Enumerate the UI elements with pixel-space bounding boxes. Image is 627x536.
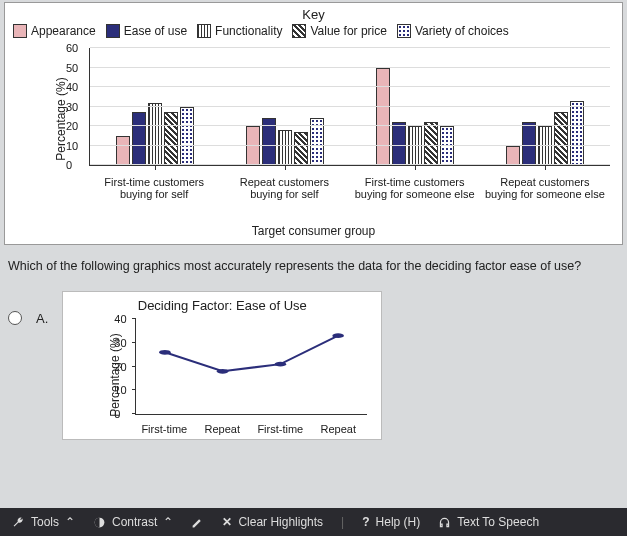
- bar: [164, 112, 178, 165]
- y-tick: 30: [114, 337, 126, 349]
- bar: [278, 130, 292, 165]
- bottom-toolbar: Tools ⌃ Contrast ⌃ ✕ Clear Highlights | …: [0, 508, 627, 536]
- contrast-label: Contrast: [112, 515, 157, 529]
- line-chart: Percentage (%) 010203040 First-timeRepea…: [113, 315, 373, 435]
- clear-label: Clear Highlights: [238, 515, 323, 529]
- line-chart-panel: Deciding Factor: Ease of Use Percentage …: [62, 291, 382, 440]
- x-tick-label: Repeat customers buying for self: [219, 176, 349, 200]
- close-icon: ✕: [222, 515, 232, 529]
- legend: Appearance Ease of use Functionality Val…: [13, 24, 614, 38]
- y-tick: 10: [66, 140, 78, 152]
- y-tick: 20: [66, 120, 78, 132]
- option-letter: A.: [36, 311, 48, 326]
- help-label: Help (H): [376, 515, 421, 529]
- y-tick: 60: [66, 42, 78, 54]
- line-plot-area: 010203040: [135, 319, 367, 415]
- legend-item-ease: Ease of use: [106, 24, 187, 38]
- bar: [116, 136, 130, 165]
- bar-chart: Percentage (%) 0102030405060 First-time …: [63, 44, 614, 194]
- bar: [376, 68, 390, 166]
- legend-item-functionality: Functionality: [197, 24, 282, 38]
- y-tick: 10: [114, 384, 126, 396]
- x-tick-label: Repeat customers buying for someone else: [480, 176, 610, 200]
- tts-label: Text To Speech: [457, 515, 539, 529]
- chevron-up-icon: ⌃: [163, 515, 173, 529]
- bar-x-axis-title: Target consumer group: [13, 224, 614, 238]
- x-tick-label: First-time: [135, 423, 193, 435]
- answer-option-a[interactable]: A. Deciding Factor: Ease of Use Percenta…: [8, 291, 619, 440]
- svg-point-0: [159, 350, 171, 355]
- y-tick: 20: [114, 361, 126, 373]
- swatch-functionality-icon: [197, 24, 211, 38]
- y-tick: 0: [114, 408, 120, 420]
- svg-point-2: [275, 362, 287, 367]
- bar-plot-area: 0102030405060: [89, 48, 610, 166]
- highlighter-button[interactable]: [191, 516, 204, 529]
- legend-item-variety: Variety of choices: [397, 24, 509, 38]
- x-tick-label: First-time: [251, 423, 309, 435]
- bar: [570, 101, 584, 165]
- legend-label: Ease of use: [124, 24, 187, 38]
- legend-label: Value for price: [310, 24, 386, 38]
- contrast-button[interactable]: Contrast ⌃: [93, 515, 173, 529]
- y-tick: 0: [66, 159, 72, 171]
- tools-button[interactable]: Tools ⌃: [12, 515, 75, 529]
- bar: [132, 112, 146, 165]
- y-tick: 50: [66, 62, 78, 74]
- line-x-labels: First-timeRepeatFirst-timeRepeat: [135, 423, 367, 435]
- legend-label: Variety of choices: [415, 24, 509, 38]
- swatch-variety-icon: [397, 24, 411, 38]
- clear-highlights-button[interactable]: ✕ Clear Highlights: [222, 515, 323, 529]
- tools-label: Tools: [31, 515, 59, 529]
- x-tick-label: First-time customers buying for someone …: [350, 176, 480, 200]
- question-icon: ?: [362, 515, 369, 529]
- chevron-up-icon: ⌃: [65, 515, 75, 529]
- bar: [294, 132, 308, 165]
- svg-point-1: [217, 369, 229, 374]
- legend-label: Appearance: [31, 24, 96, 38]
- x-tick-label: First-time customers buying for self: [89, 176, 219, 200]
- bar: [554, 112, 568, 165]
- line-path: [136, 319, 367, 414]
- bar: [180, 107, 194, 166]
- y-tick: 40: [114, 313, 126, 325]
- svg-point-3: [333, 333, 345, 338]
- text-to-speech-button[interactable]: Text To Speech: [438, 515, 539, 529]
- highlighter-icon: [191, 516, 204, 529]
- bar: [506, 146, 520, 165]
- x-tick-label: Repeat: [309, 423, 367, 435]
- y-tick: 40: [66, 81, 78, 93]
- line-chart-title: Deciding Factor: Ease of Use: [71, 298, 373, 313]
- radio-option-a[interactable]: [8, 311, 22, 325]
- swatch-value-icon: [292, 24, 306, 38]
- help-button[interactable]: ? Help (H): [362, 515, 420, 529]
- bar-x-labels: First-time customers buying for selfRepe…: [89, 176, 610, 200]
- y-tick: 30: [66, 101, 78, 113]
- headphones-icon: [438, 516, 451, 529]
- swatch-appearance-icon: [13, 24, 27, 38]
- bar: [148, 103, 162, 165]
- separator: |: [341, 515, 344, 529]
- legend-label: Functionality: [215, 24, 282, 38]
- question-text: Which of the following graphics most acc…: [8, 259, 619, 273]
- legend-item-appearance: Appearance: [13, 24, 96, 38]
- legend-item-value: Value for price: [292, 24, 386, 38]
- bar-chart-panel: Key Appearance Ease of use Functionality…: [4, 2, 623, 245]
- x-tick-label: Repeat: [193, 423, 251, 435]
- contrast-icon: [93, 516, 106, 529]
- swatch-ease-icon: [106, 24, 120, 38]
- legend-title: Key: [13, 7, 614, 22]
- wrench-icon: [12, 516, 25, 529]
